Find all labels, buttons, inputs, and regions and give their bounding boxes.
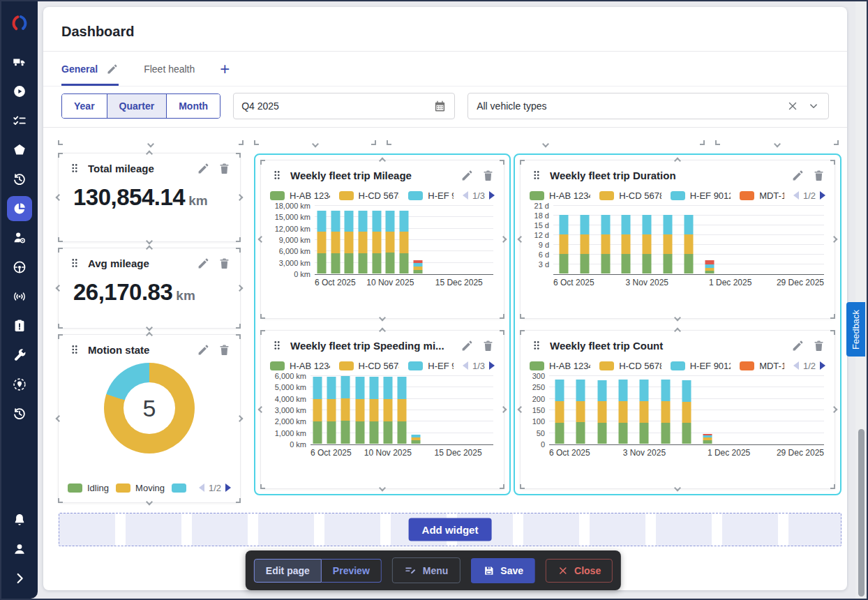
resize-corner-handle[interactable] bbox=[236, 324, 241, 329]
resize-arrow-handle[interactable] bbox=[542, 141, 549, 148]
add-tab-button[interactable]: + bbox=[220, 61, 230, 77]
resize-arrow-handle[interactable] bbox=[146, 499, 153, 506]
resize-arrow-handle[interactable] bbox=[56, 415, 63, 422]
resize-arrow-handle[interactable] bbox=[258, 406, 265, 413]
resize-arrow-handle[interactable] bbox=[379, 315, 386, 322]
resize-arrow-handle[interactable] bbox=[146, 324, 153, 331]
scrollbar-track[interactable] bbox=[855, 1, 867, 599]
resize-arrow-handle[interactable] bbox=[831, 236, 838, 243]
resize-corner-handle[interactable] bbox=[58, 248, 63, 253]
resize-corner-handle[interactable] bbox=[236, 498, 241, 503]
resize-corner-handle[interactable] bbox=[520, 330, 525, 335]
sidebar-item-pie-chart[interactable] bbox=[7, 196, 32, 221]
menu-button[interactable]: Menu bbox=[392, 557, 461, 583]
delete-widget-icon[interactable] bbox=[812, 169, 825, 182]
sidebar-item-steering-wheel[interactable] bbox=[7, 255, 32, 280]
pagination-next-icon[interactable] bbox=[820, 361, 825, 370]
resize-arrow-handle[interactable] bbox=[146, 246, 153, 253]
resize-corner-handle[interactable] bbox=[236, 248, 241, 253]
edit-widget-icon[interactable] bbox=[197, 257, 210, 270]
sidebar-item-user[interactable] bbox=[7, 537, 32, 562]
resize-corner-handle[interactable] bbox=[58, 334, 63, 339]
resize-corner-handle[interactable] bbox=[58, 498, 63, 503]
pagination-prev-icon[interactable] bbox=[199, 483, 204, 492]
resize-corner-handle[interactable] bbox=[58, 140, 63, 145]
pagination-next-icon[interactable] bbox=[489, 361, 495, 370]
resize-corner-handle[interactable] bbox=[387, 140, 391, 145]
delete-widget-icon[interactable] bbox=[812, 339, 825, 352]
vehicle-type-select[interactable]: All vehicle types bbox=[467, 93, 829, 119]
resize-corner-handle[interactable] bbox=[700, 140, 705, 145]
edit-widget-icon[interactable] bbox=[197, 162, 210, 175]
delete-widget-icon[interactable] bbox=[218, 162, 231, 175]
scrollbar-thumb[interactable] bbox=[858, 429, 865, 597]
edit-tab-icon[interactable] bbox=[106, 63, 119, 75]
sidebar-item-wrench[interactable] bbox=[7, 343, 32, 368]
resize-arrow-handle[interactable] bbox=[237, 415, 244, 422]
pagination-prev-icon[interactable] bbox=[463, 361, 468, 370]
resize-corner-handle[interactable] bbox=[58, 153, 63, 158]
resize-arrow-handle[interactable] bbox=[312, 141, 319, 148]
resize-arrow-handle[interactable] bbox=[258, 236, 265, 243]
edit-widget-icon[interactable] bbox=[461, 169, 474, 182]
sidebar-item-history-clock-2[interactable] bbox=[7, 401, 32, 426]
sidebar-item-signal[interactable] bbox=[7, 284, 32, 309]
sidebar-item-driver[interactable] bbox=[7, 225, 32, 250]
edit-widget-icon[interactable] bbox=[197, 343, 210, 357]
edit-widget-icon[interactable] bbox=[791, 169, 805, 182]
resize-arrow-handle[interactable] bbox=[674, 485, 681, 492]
add-widget-button[interactable]: Add widget bbox=[409, 518, 492, 541]
chevron-down-icon[interactable] bbox=[807, 100, 820, 112]
drag-handle-icon[interactable] bbox=[68, 256, 82, 270]
pagination-next-icon[interactable] bbox=[225, 483, 231, 492]
selection-group-left[interactable]: Weekly fleet trip Mileage H-AB 1234H-CD … bbox=[254, 153, 511, 495]
resize-arrow-handle[interactable] bbox=[146, 151, 153, 158]
period-quarter-button[interactable]: Quarter bbox=[107, 94, 167, 118]
delete-widget-icon[interactable] bbox=[218, 343, 231, 357]
resize-corner-handle[interactable] bbox=[520, 314, 525, 319]
resize-arrow-handle[interactable] bbox=[774, 141, 781, 148]
edit-widget-icon[interactable] bbox=[791, 339, 805, 352]
sidebar-item-chevron-right[interactable] bbox=[7, 566, 32, 591]
period-year-button[interactable]: Year bbox=[62, 94, 107, 118]
resize-arrow-handle[interactable] bbox=[56, 285, 63, 292]
resize-corner-handle[interactable] bbox=[830, 484, 835, 489]
close-button[interactable]: Close bbox=[546, 559, 613, 583]
resize-arrow-handle[interactable] bbox=[674, 315, 681, 322]
resize-arrow-handle[interactable] bbox=[379, 328, 386, 335]
selection-group-right[interactable]: Weekly fleet trip Duration H-AB 1234H-CD… bbox=[514, 153, 841, 495]
sidebar-item-vehicles[interactable] bbox=[7, 50, 32, 75]
resize-arrow-handle[interactable] bbox=[147, 141, 154, 148]
resize-corner-handle[interactable] bbox=[236, 153, 241, 158]
resize-corner-handle[interactable] bbox=[371, 140, 376, 145]
resize-arrow-handle[interactable] bbox=[146, 332, 153, 339]
resize-corner-handle[interactable] bbox=[236, 334, 241, 339]
resize-corner-handle[interactable] bbox=[830, 160, 835, 165]
resize-corner-handle[interactable] bbox=[260, 314, 265, 319]
resize-corner-handle[interactable] bbox=[834, 140, 839, 145]
resize-arrow-handle[interactable] bbox=[237, 194, 244, 201]
edit-widget-icon[interactable] bbox=[461, 339, 474, 352]
drag-handle-icon[interactable] bbox=[68, 161, 82, 175]
resize-arrow-handle[interactable] bbox=[379, 158, 386, 165]
drag-handle-icon[interactable] bbox=[530, 168, 544, 182]
pagination-prev-icon[interactable] bbox=[463, 191, 468, 200]
delete-widget-icon[interactable] bbox=[481, 339, 495, 352]
sidebar-item-bell[interactable] bbox=[7, 507, 32, 532]
resize-corner-handle[interactable] bbox=[260, 330, 265, 335]
resize-arrow-handle[interactable] bbox=[500, 406, 507, 413]
resize-corner-handle[interactable] bbox=[58, 324, 63, 329]
tab-general[interactable]: General bbox=[61, 52, 119, 86]
preview-button[interactable]: Preview bbox=[322, 559, 382, 583]
date-picker-input[interactable]: Q4 2025 bbox=[233, 93, 455, 119]
drag-handle-icon[interactable] bbox=[270, 168, 284, 182]
resize-corner-handle[interactable] bbox=[830, 314, 835, 319]
sidebar-item-clipboard-alert[interactable] bbox=[7, 313, 32, 338]
feedback-tab[interactable]: Feedback bbox=[846, 302, 865, 357]
resize-corner-handle[interactable] bbox=[58, 237, 63, 242]
resize-corner-handle[interactable] bbox=[236, 237, 241, 242]
resize-arrow-handle[interactable] bbox=[146, 238, 153, 245]
sidebar-item-play-circle[interactable] bbox=[7, 79, 32, 104]
drag-handle-icon[interactable] bbox=[270, 338, 284, 352]
pagination-prev-icon[interactable] bbox=[793, 191, 799, 200]
